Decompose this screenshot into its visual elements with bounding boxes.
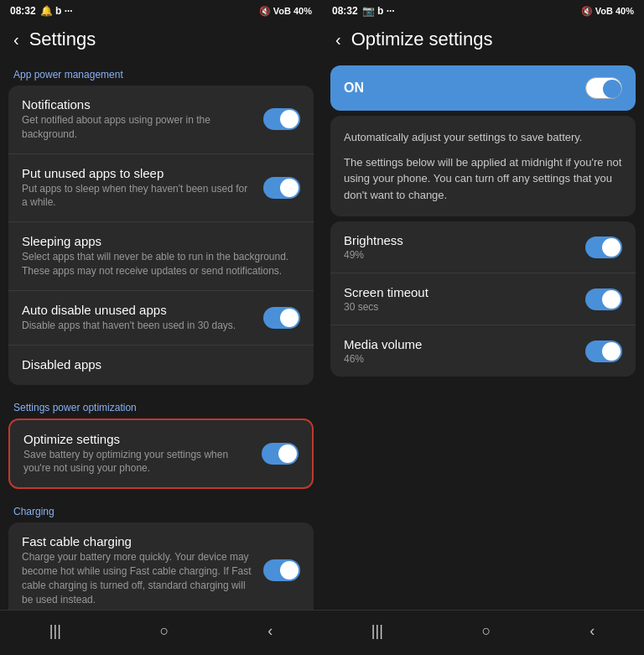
right-battery: 🔇 VoB 40% bbox=[581, 6, 634, 17]
description-line2: The settings below will be applied at mi… bbox=[344, 154, 622, 204]
on-master-toggle[interactable]: .on-toggle-row .toggle.on::after { backg… bbox=[585, 77, 622, 99]
fast-cable-toggle[interactable] bbox=[263, 559, 300, 581]
auto-disable-item[interactable]: Auto disable unused apps Disable apps th… bbox=[8, 291, 314, 346]
disabled-apps-item[interactable]: Disabled apps bbox=[8, 346, 314, 385]
optimize-settings-subtitle: Save battery by optimizing your settings… bbox=[23, 448, 252, 476]
right-bottom-nav: ||| ○ ‹ bbox=[322, 610, 644, 655]
sleeping-apps-item[interactable]: Sleeping apps Select apps that will neve… bbox=[8, 222, 314, 291]
fast-cable-subtitle: Charge your battery more quickly. Your d… bbox=[22, 550, 253, 606]
section-label-power-opt: Settings power optimization bbox=[0, 390, 322, 418]
left-time: 08:32 bbox=[10, 5, 36, 17]
left-back-button[interactable]: ‹ bbox=[13, 30, 19, 49]
description-card: Automatically adjust your settings to sa… bbox=[330, 116, 636, 216]
charging-card: Fast cable charging Charge your battery … bbox=[8, 522, 314, 610]
left-nav-home[interactable]: ○ bbox=[143, 619, 186, 643]
unused-sleep-item[interactable]: Put unused apps to sleep Put apps to sle… bbox=[8, 154, 314, 223]
media-volume-subtitle: 46% bbox=[344, 353, 585, 365]
fast-cable-item[interactable]: Fast cable charging Charge your battery … bbox=[8, 522, 314, 610]
notifications-item[interactable]: Notifications Get notified about apps us… bbox=[8, 86, 314, 154]
media-volume-item[interactable]: Media volume 46% bbox=[330, 325, 636, 377]
right-status-icons: 📷 b ··· bbox=[362, 5, 395, 17]
screen-timeout-title: Screen timeout bbox=[344, 285, 585, 299]
right-page-title: Optimize settings bbox=[351, 29, 493, 50]
optimize-settings-toggle[interactable] bbox=[262, 443, 299, 465]
right-status-time: 08:32 📷 b ··· bbox=[332, 5, 395, 17]
left-status-icons: 🔔 b ··· bbox=[40, 5, 73, 17]
media-volume-toggle[interactable] bbox=[585, 340, 622, 362]
brightness-item[interactable]: Brightness 49% bbox=[330, 221, 636, 273]
notifications-subtitle: Get notified about apps using power in t… bbox=[22, 113, 253, 142]
on-toggle-row[interactable]: ON .on-toggle-row .toggle.on::after { ba… bbox=[330, 65, 636, 111]
right-nav-menu[interactable]: ||| bbox=[355, 619, 400, 643]
left-nav-back[interactable]: ‹ bbox=[251, 619, 289, 643]
right-header: ‹ Optimize settings bbox=[322, 20, 644, 57]
auto-disable-title: Auto disable unused apps bbox=[22, 303, 253, 317]
screen-timeout-item[interactable]: Screen timeout 30 secs bbox=[330, 273, 636, 325]
right-back-button[interactable]: ‹ bbox=[335, 30, 341, 49]
screen-timeout-subtitle: 30 secs bbox=[344, 301, 585, 313]
left-nav-menu[interactable]: ||| bbox=[33, 619, 78, 643]
fast-cable-title: Fast cable charging bbox=[22, 534, 253, 548]
right-time: 08:32 bbox=[332, 5, 358, 17]
right-nav-back[interactable]: ‹ bbox=[573, 619, 611, 643]
auto-disable-toggle[interactable] bbox=[263, 307, 300, 329]
unused-sleep-toggle[interactable] bbox=[263, 177, 300, 199]
power-opt-card: Optimize settings Save battery by optimi… bbox=[8, 418, 314, 490]
right-nav-home[interactable]: ○ bbox=[465, 619, 508, 643]
left-header: ‹ Settings bbox=[0, 20, 322, 57]
description-line1: Automatically adjust your settings to sa… bbox=[344, 129, 622, 146]
left-status-right: 🔇 VoB 40% bbox=[259, 6, 312, 17]
left-bottom-nav: ||| ○ ‹ bbox=[0, 610, 322, 655]
disabled-apps-title: Disabled apps bbox=[22, 357, 290, 372]
notifications-title: Notifications bbox=[22, 97, 253, 112]
auto-disable-subtitle: Disable apps that haven't been used in 3… bbox=[22, 319, 253, 333]
media-volume-title: Media volume bbox=[344, 337, 585, 351]
right-phone-panel: 08:32 📷 b ··· 🔇 VoB 40% ‹ Optimize setti… bbox=[322, 0, 644, 655]
sleeping-apps-subtitle: Select apps that will never be able to r… bbox=[22, 250, 290, 278]
brightness-toggle[interactable] bbox=[585, 237, 622, 258]
section-label-charging: Charging bbox=[0, 494, 322, 522]
unused-sleep-subtitle: Put apps to sleep when they haven't been… bbox=[22, 182, 253, 211]
notifications-toggle[interactable] bbox=[263, 108, 300, 130]
right-status-right: 🔇 VoB 40% bbox=[581, 6, 634, 17]
left-phone-panel: 08:32 🔔 b ··· 🔇 VoB 40% ‹ Settings App p… bbox=[0, 0, 322, 655]
left-scroll-content[interactable]: App power management Notifications Get n… bbox=[0, 57, 322, 610]
sleeping-apps-title: Sleeping apps bbox=[22, 234, 290, 248]
section-label-app-power: App power management bbox=[0, 57, 322, 86]
left-status-time: 08:32 🔔 b ··· bbox=[10, 5, 73, 17]
brightness-title: Brightness bbox=[344, 233, 585, 247]
optimize-settings-title: Optimize settings bbox=[23, 432, 252, 446]
unused-sleep-title: Put unused apps to sleep bbox=[22, 166, 253, 180]
optimize-items-card: Brightness 49% Screen timeout 30 secs Me… bbox=[330, 221, 636, 377]
optimize-settings-item[interactable]: Optimize settings Save battery by optimi… bbox=[10, 420, 312, 488]
right-scroll-content[interactable]: ON .on-toggle-row .toggle.on::after { ba… bbox=[322, 57, 644, 610]
left-status-bar: 08:32 🔔 b ··· 🔇 VoB 40% bbox=[0, 0, 322, 20]
left-battery: 🔇 VoB 40% bbox=[259, 6, 312, 17]
right-status-bar: 08:32 📷 b ··· 🔇 VoB 40% bbox=[322, 0, 644, 20]
left-page-title: Settings bbox=[29, 29, 96, 50]
brightness-subtitle: 49% bbox=[344, 249, 585, 261]
on-label: ON bbox=[344, 81, 364, 96]
screen-timeout-toggle[interactable] bbox=[585, 289, 622, 310]
app-power-card: Notifications Get notified about apps us… bbox=[8, 86, 314, 385]
